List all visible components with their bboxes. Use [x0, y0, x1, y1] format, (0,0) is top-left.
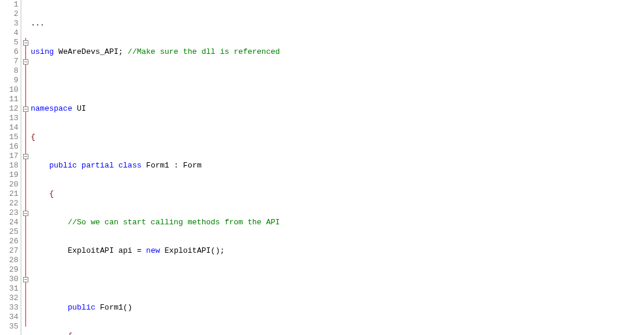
line-number: 33 — [0, 303, 18, 313]
line-number: 21 — [0, 189, 18, 199]
code-line[interactable]: { — [30, 189, 644, 199]
line-number: 12 — [0, 104, 18, 114]
line-number: 10 — [0, 85, 18, 95]
keyword: partial — [82, 161, 114, 170]
type: ExploitAPI — [164, 246, 211, 255]
code-content[interactable]: ... using WeAreDevs_API; //Make sure the… — [30, 0, 644, 335]
line-number: 22 — [0, 199, 18, 208]
identifier: WeAreDevs_API — [59, 47, 118, 56]
class-name: Form — [183, 161, 202, 170]
brace: { — [31, 133, 35, 141]
code-line[interactable]: //So we can start calling methods from t… — [30, 218, 644, 227]
method: Form1 — [100, 303, 123, 312]
line-number: 24 — [0, 218, 18, 227]
code-line[interactable]: { — [30, 331, 644, 335]
fold-toggle-icon[interactable] — [23, 154, 28, 159]
code-line[interactable] — [30, 275, 644, 284]
line-number: 32 — [0, 294, 18, 303]
code-line[interactable] — [30, 76, 644, 85]
comment: //Make sure the dll is referenced — [128, 47, 280, 56]
brace: { — [49, 189, 54, 198]
code-line[interactable]: ExploitAPI api = new ExploitAPI(); — [30, 246, 644, 256]
line-number: 2 — [0, 9, 18, 19]
brace: { — [67, 331, 72, 335]
line-number: 27 — [0, 246, 18, 256]
line-number: 14 — [0, 123, 18, 133]
line-number: 26 — [0, 237, 18, 246]
line-number-gutter: 1 2 3 4 5 6 7 8 9 10 11 12 13 14 15 16 1… — [0, 0, 21, 335]
type: ExploitAPI — [67, 246, 114, 255]
class-name: Form1 — [146, 161, 169, 170]
text: ... — [31, 19, 44, 28]
line-number: 17 — [0, 152, 18, 161]
line-number: 35 — [0, 322, 18, 331]
line-number: 3 — [0, 19, 18, 28]
fold-toggle-icon[interactable] — [23, 277, 28, 282]
fold-toggle-icon[interactable] — [23, 40, 28, 46]
keyword: public — [49, 161, 77, 170]
line-number: 20 — [0, 180, 18, 189]
line-number: 5 — [0, 38, 18, 47]
line-number: 28 — [0, 256, 18, 265]
line-number: 11 — [0, 95, 18, 104]
fold-margin[interactable] — [21, 0, 30, 335]
line-number: 7 — [0, 57, 18, 66]
keyword: new — [146, 246, 160, 255]
line-number: 25 — [0, 227, 18, 237]
keyword: class — [118, 161, 141, 170]
fold-toggle-icon[interactable] — [23, 211, 28, 216]
identifier: api — [118, 246, 132, 255]
comment: //So we can start calling methods from t… — [67, 218, 280, 227]
code-line[interactable]: ... — [30, 19, 644, 28]
code-line[interactable]: public Form1() — [30, 303, 644, 313]
line-number: 31 — [0, 284, 18, 294]
fold-toggle-icon[interactable] — [23, 59, 28, 65]
fold-toggle-icon[interactable] — [23, 107, 28, 112]
line-number: 19 — [0, 170, 18, 180]
line-number: 34 — [0, 313, 18, 322]
line-number: 9 — [0, 76, 18, 85]
keyword: public — [67, 303, 95, 312]
keyword: using — [31, 47, 54, 56]
identifier: UI — [77, 104, 86, 113]
line-number: 15 — [0, 133, 18, 142]
line-number: 1 — [0, 0, 18, 9]
line-number: 6 — [0, 47, 18, 57]
line-number: 16 — [0, 142, 18, 152]
code-editor[interactable]: 1 2 3 4 5 6 7 8 9 10 11 12 13 14 15 16 1… — [0, 0, 644, 335]
code-line[interactable]: using WeAreDevs_API; //Make sure the dll… — [30, 47, 644, 57]
line-number: 13 — [0, 114, 18, 123]
line-number: 29 — [0, 265, 18, 275]
op: = — [137, 246, 141, 255]
line-number: 30 — [0, 275, 18, 284]
line-number: 8 — [0, 66, 18, 76]
line-number: 4 — [0, 28, 18, 38]
code-line[interactable]: public partial class Form1 : Form — [30, 161, 644, 170]
line-number: 23 — [0, 208, 18, 218]
punct: : — [174, 161, 179, 170]
keyword: namespace — [31, 104, 72, 113]
code-line[interactable]: namespace UI — [30, 104, 644, 114]
line-number: 18 — [0, 161, 18, 170]
code-line[interactable]: { — [30, 133, 644, 142]
